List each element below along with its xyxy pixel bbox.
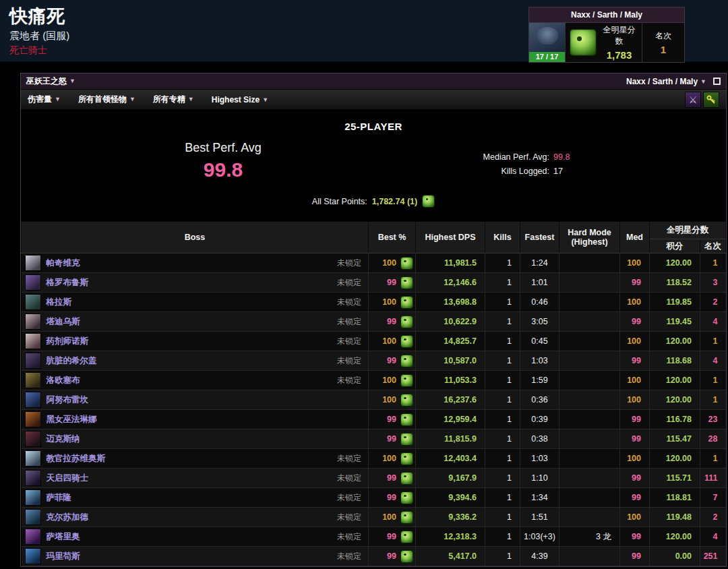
kills-value: 1 <box>485 508 520 527</box>
spec-filter-menu[interactable]: 所有专精▼ <box>153 94 194 105</box>
unholy-spec-icon[interactable] <box>400 433 413 446</box>
unholy-spec-icon[interactable] <box>400 374 413 387</box>
hard-mode-value <box>559 371 620 390</box>
boss-name-link[interactable]: 药剂师诺斯 <box>47 336 89 347</box>
zone-dropdown[interactable]: Naxx / Sarth / Maly▼ <box>626 77 706 86</box>
rank-label: 名次 <box>642 30 684 42</box>
size-filter-menu[interactable]: Highest Size▼ <box>212 95 268 104</box>
lock-status-label: 未锁定 <box>337 473 361 484</box>
boss-name-link[interactable]: 教官拉苏维奥斯 <box>47 453 106 465</box>
unholy-spec-icon[interactable] <box>400 257 413 270</box>
character-server: 震地者 (国服) <box>9 30 69 42</box>
boss-name-link[interactable]: 天启四骑士 <box>47 473 89 484</box>
boss-name-link[interactable]: 格拉斯 <box>47 297 72 308</box>
unholy-spec-icon[interactable] <box>400 335 413 348</box>
median-percent-value: 99 <box>620 273 650 293</box>
chevron-down-icon: ▼ <box>69 78 75 84</box>
metric-menu[interactable]: 伤害量▼ <box>28 94 61 105</box>
character-class: 死亡骑士 <box>9 44 69 57</box>
unholy-spec-icon <box>570 29 597 56</box>
zone-summary-title: Naxx / Sarth / Maly <box>529 7 684 23</box>
hard-mode-value <box>559 332 620 351</box>
boss-portrait-icon <box>25 255 41 271</box>
unholy-spec-icon[interactable] <box>400 531 413 543</box>
allstar-rank-cell: 4 <box>700 312 726 332</box>
table-row: 肮脏的希尔盖未锁定9910,587.011:0399118.684 <box>22 351 726 371</box>
lock-status-label: 未锁定 <box>337 512 361 523</box>
kills-logged-label: Kills Logged: <box>415 164 549 179</box>
unholy-spec-icon[interactable] <box>400 472 413 485</box>
hard-mode-value <box>559 410 620 429</box>
all-star-points-value: 1,782.74 (1) <box>372 197 417 206</box>
boss-portrait-icon <box>25 372 41 388</box>
boss-name-link[interactable]: 萨塔里奥 <box>47 531 80 543</box>
fastest-time-value: 1:59 <box>520 371 559 390</box>
fastest-time-value: 1:10 <box>520 469 559 488</box>
fastest-time-value: 1:01 <box>520 273 559 293</box>
boss-portrait-icon <box>25 411 41 427</box>
boss-name-link[interactable]: 克尔苏加德 <box>47 512 89 523</box>
col-header-dps: Highest DPS <box>416 222 485 253</box>
boss-name-link[interactable]: 肮脏的希尔盖 <box>47 355 97 367</box>
median-percent-value: 99 <box>620 488 650 508</box>
lock-status-label: 未锁定 <box>337 551 361 562</box>
boss-name-link[interactable]: 洛欧塞布 <box>47 375 80 386</box>
key-icon[interactable] <box>703 92 719 108</box>
boss-portrait-icon <box>25 470 41 486</box>
median-percent-value: 99 <box>620 312 650 332</box>
filter-menubar: 伤害量▼所有首领怪物▼所有专精▼Highest Size▼ ⚔ <box>21 90 726 110</box>
boss-name-link[interactable]: 玛里苟斯 <box>47 551 80 562</box>
hard-mode-value <box>559 273 620 293</box>
median-percent-value: 100 <box>620 253 650 273</box>
boss-portrait-icon <box>25 392 41 408</box>
unholy-spec-icon[interactable] <box>400 452 413 465</box>
lock-status-label: 未锁定 <box>337 277 361 289</box>
damage-metric-icon[interactable]: ⚔ <box>685 92 701 108</box>
median-perf-label: Median Perf. Avg: <box>415 150 549 164</box>
unholy-spec-icon[interactable] <box>400 550 413 563</box>
highest-dps-value: 12,959.4 <box>416 410 485 429</box>
highest-dps-value: 9,336.2 <box>416 508 485 527</box>
median-percent-value: 100 <box>620 449 650 469</box>
boss-name-link[interactable]: 帕奇维克 <box>47 258 80 269</box>
fastest-time-value: 1:03(+3) <box>520 527 559 547</box>
boss-name-link[interactable]: 格罗布鲁斯 <box>47 277 89 289</box>
allstar-rank-cell: 111 <box>700 469 726 488</box>
best-percent-value: 100 <box>382 297 396 307</box>
unholy-spec-icon[interactable] <box>400 491 413 504</box>
fastest-time-value: 0:36 <box>520 390 559 410</box>
median-percent-value: 100 <box>620 293 650 312</box>
boss-filter-menu[interactable]: 所有首领怪物▼ <box>78 94 135 105</box>
unholy-spec-icon[interactable] <box>400 276 413 289</box>
median-percent-value: 100 <box>620 508 650 527</box>
median-percent-value: 100 <box>620 371 650 390</box>
boss-name-link[interactable]: 迈克斯纳 <box>47 433 80 445</box>
boss-name-link[interactable]: 萨菲隆 <box>47 492 72 504</box>
allstar-rank-cell: 1 <box>700 253 726 273</box>
unholy-spec-icon[interactable] <box>400 316 413 328</box>
kills-logged-value: 17 <box>553 164 563 179</box>
highest-dps-value: 12,403.4 <box>416 449 485 469</box>
boss-portrait-icon <box>25 509 41 525</box>
boss-portrait-icon <box>25 274 41 291</box>
table-row: 格罗布鲁斯未锁定9912,146.611:0199118.523 <box>22 273 726 293</box>
kills-value: 1 <box>485 429 520 449</box>
maximize-icon[interactable] <box>713 78 721 85</box>
boss-name-link[interactable]: 黑女巫法琳娜 <box>47 414 97 425</box>
boss-portrait-icon <box>25 313 41 330</box>
unholy-spec-icon[interactable] <box>400 355 413 367</box>
unholy-spec-icon[interactable] <box>400 296 413 309</box>
unholy-spec-icon[interactable] <box>400 413 413 426</box>
allstar-rank-cell: 7 <box>700 488 726 508</box>
best-percent-value: 99 <box>387 434 396 444</box>
allstar-rank-cell: 251 <box>700 547 726 566</box>
hard-mode-value <box>559 253 620 273</box>
expansion-dropdown[interactable]: 巫妖王之怒▼ <box>26 76 75 87</box>
unholy-spec-icon[interactable] <box>400 511 413 524</box>
chevron-down-icon: ▼ <box>188 96 194 102</box>
boss-name-link[interactable]: 阿努布雷坎 <box>47 394 89 406</box>
median-perf-value: 99.8 <box>553 150 570 164</box>
boss-name-link[interactable]: 塔迪乌斯 <box>47 316 80 328</box>
table-row: 萨塔里奥未锁定9912,318.311:03(+3)3 龙99120.004 <box>22 527 726 547</box>
unholy-spec-icon[interactable] <box>400 394 413 407</box>
